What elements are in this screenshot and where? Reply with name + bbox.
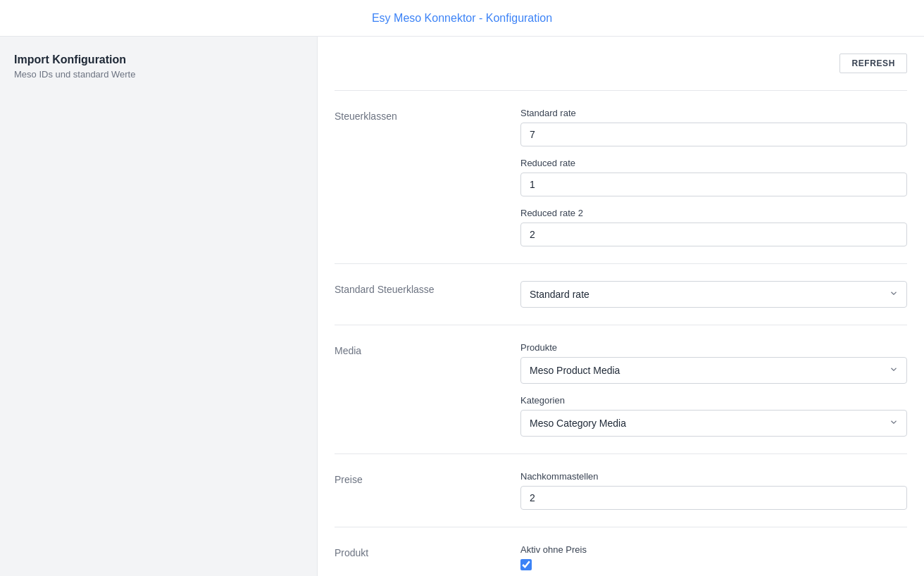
input-reduced-rate-2[interactable] bbox=[520, 223, 907, 246]
section-fields-steuerklassen: Standard rate Reduced rate Reduced rate … bbox=[520, 108, 907, 246]
app-title: Esy Meso Konnektor - Konfiguration bbox=[372, 12, 552, 25]
input-reduced-rate[interactable] bbox=[520, 173, 907, 196]
label-aktiv-ohne-preis: Aktiv ohne Preis bbox=[520, 544, 907, 555]
checkbox-aktiv-ohne-preis[interactable] bbox=[520, 559, 532, 570]
refresh-button[interactable]: REFRESH bbox=[839, 54, 907, 73]
field-group-nachkommastellen: Nachkommastellen bbox=[520, 471, 907, 510]
section-fields-produkt: Aktiv ohne Preis bbox=[520, 544, 907, 570]
field-group-produkte: Produkte Meso Product Media bbox=[520, 342, 907, 384]
section-fields-preise: Nachkommastellen bbox=[520, 471, 907, 510]
field-group-kategorien: Kategorien Meso Category Media bbox=[520, 395, 907, 437]
select-wrapper-standard-steuerklasse: Standard rate Reduced rate Reduced rate … bbox=[520, 281, 907, 308]
input-nachkommastellen[interactable] bbox=[520, 486, 907, 510]
section-label-preise: Preise bbox=[335, 471, 504, 510]
section-label-produkt: Produkt bbox=[335, 544, 504, 570]
main-content: REFRESH Steuerklassen Standard rate Redu… bbox=[317, 37, 924, 576]
input-standard-rate[interactable] bbox=[520, 123, 907, 146]
sidebar-title: Import Konfiguration bbox=[14, 54, 303, 66]
label-nachkommastellen: Nachkommastellen bbox=[520, 471, 907, 482]
section-standard-steuerklasse: Standard Steuerklasse Standard rate Redu… bbox=[335, 263, 907, 325]
sidebar-subtitle: Meso IDs und standard Werte bbox=[14, 69, 303, 80]
field-group-aktiv-ohne-preis: Aktiv ohne Preis bbox=[520, 544, 907, 570]
field-group-standard-steuerklasse-select: Standard rate Reduced rate Reduced rate … bbox=[520, 281, 907, 308]
refresh-row: REFRESH bbox=[335, 48, 907, 73]
select-wrapper-produkte: Meso Product Media bbox=[520, 357, 907, 384]
label-produkte: Produkte bbox=[520, 342, 907, 353]
field-group-reduced-rate-2: Reduced rate 2 bbox=[520, 208, 907, 246]
section-preise: Preise Nachkommastellen bbox=[335, 453, 907, 527]
section-fields-media: Produkte Meso Product Media Kategorie bbox=[520, 342, 907, 437]
checkbox-wrapper-aktiv-ohne-preis bbox=[520, 559, 907, 570]
select-standard-steuerklasse[interactable]: Standard rate Reduced rate Reduced rate … bbox=[520, 281, 907, 308]
label-standard-rate: Standard rate bbox=[520, 108, 907, 118]
label-reduced-rate: Reduced rate bbox=[520, 158, 907, 168]
label-kategorien: Kategorien bbox=[520, 395, 907, 406]
select-kategorien[interactable]: Meso Category Media bbox=[520, 410, 907, 437]
select-produkte[interactable]: Meso Product Media bbox=[520, 357, 907, 384]
section-produkt: Produkt Aktiv ohne Preis bbox=[335, 527, 907, 576]
section-label-media: Media bbox=[335, 342, 504, 437]
section-fields-standard-steuerklasse: Standard rate Reduced rate Reduced rate … bbox=[520, 281, 907, 308]
section-steuerklassen: Steuerklassen Standard rate Reduced rate… bbox=[335, 90, 907, 263]
app-header: Esy Meso Konnektor - Konfiguration bbox=[0, 0, 924, 37]
label-reduced-rate-2: Reduced rate 2 bbox=[520, 208, 907, 218]
section-label-steuerklassen: Steuerklassen bbox=[335, 108, 504, 246]
section-media: Media Produkte Meso Product Media bbox=[335, 325, 907, 453]
sidebar: Import Konfiguration Meso IDs und standa… bbox=[0, 37, 317, 576]
field-group-reduced-rate: Reduced rate bbox=[520, 158, 907, 196]
main-layout: Import Konfiguration Meso IDs und standa… bbox=[0, 37, 924, 576]
select-wrapper-kategorien: Meso Category Media bbox=[520, 410, 907, 437]
field-group-standard-rate: Standard rate bbox=[520, 108, 907, 146]
section-label-standard-steuerklasse: Standard Steuerklasse bbox=[335, 281, 504, 308]
